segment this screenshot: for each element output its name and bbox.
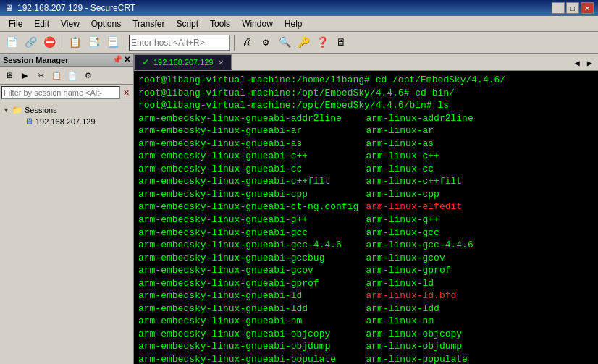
toolbar-help[interactable]: ❓ <box>313 34 331 51</box>
filter-input[interactable] <box>1 86 120 99</box>
toolbar-btn3[interactable]: 📑 <box>85 34 102 51</box>
toolbar-btn4[interactable]: 📃 <box>104 34 121 51</box>
session-properties[interactable]: ⚙ <box>81 68 96 82</box>
ls-item: arm-embedsky-linux-gnueabi-gccbug <box>138 252 366 265</box>
tab-label: 192.168.207.129 <box>153 58 214 67</box>
ls-item: arm-linux-g++ <box>366 213 594 227</box>
toolbar-monitor[interactable]: 🖥 <box>332 34 350 51</box>
session-panel-header-controls[interactable]: 📌 ✕ <box>112 55 130 64</box>
title-bar-left: 🖥 192.168.207.129 - SecureCRT <box>4 3 135 13</box>
session-panel-pin[interactable]: 📌 <box>112 55 122 64</box>
menu-tools[interactable]: Tools <box>204 17 236 30</box>
toolbar: 📄 🔗 ⛔ 📋 📑 📃 🖨 ⚙ 🔍 🔑 ❓ 🖥 <box>0 32 598 54</box>
terminal-line: root@libang-virtual-machine:/opt/EmbedSk… <box>138 99 594 112</box>
host-input[interactable] <box>129 35 230 51</box>
ls-item: arm-embedsky-linux-gnueabi-addr2line <box>138 112 366 125</box>
tab-main[interactable]: ✔ 192.168.207.129 ✕ <box>134 54 232 70</box>
menu-window[interactable]: Window <box>236 17 279 30</box>
title-bar: 🖥 192.168.207.129 - SecureCRT _ □ ✕ <box>0 0 598 16</box>
terminal-line: root@libang-virtual-machine:/opt/EmbedSk… <box>138 87 594 100</box>
session-connect[interactable]: ▶ <box>17 68 32 82</box>
menu-view[interactable]: View <box>55 17 85 30</box>
session-panel-close[interactable]: ✕ <box>124 55 130 64</box>
ls-item: arm-linux-objdump <box>366 340 594 353</box>
toolbar-settings[interactable]: ⚙ <box>257 34 274 51</box>
ls-item: arm-linux-gcc <box>366 227 594 240</box>
filter-clear-button[interactable]: ✕ <box>120 87 132 98</box>
ls-item: arm-linux-gprof <box>366 264 594 277</box>
menu-options[interactable]: Options <box>85 17 127 30</box>
tab-bar: ✔ 192.168.207.129 ✕ ◀ ▶ <box>134 54 598 71</box>
session-new[interactable]: 🖥 <box>1 68 16 82</box>
filter-bar: ✕ <box>0 85 133 101</box>
toolbar-separator-2 <box>125 35 125 51</box>
app-icon: 🖥 <box>4 3 13 13</box>
ls-item: arm-embedsky-linux-gnueabi-c++filt <box>138 175 366 188</box>
toolbar-key[interactable]: 🔑 <box>295 34 312 51</box>
minimize-button[interactable]: _ <box>552 2 565 14</box>
tab-status-icon: ✔ <box>142 57 149 67</box>
ls-item: arm-linux-c++filt <box>366 175 594 188</box>
terminal[interactable]: root@libang-virtual-machine:/home/libang… <box>134 71 598 364</box>
ls-item: arm-embedsky-linux-gnueabi-cpp <box>138 188 366 201</box>
menu-script[interactable]: Script <box>170 17 204 30</box>
toolbar-print[interactable]: 🖨 <box>238 34 256 51</box>
ls-item: arm-linux-cpp <box>366 188 594 201</box>
menu-file[interactable]: File <box>3 17 28 30</box>
folder-icon: 📁 <box>12 105 22 115</box>
tree-arrow-sessions: ▼ <box>3 106 12 114</box>
tab-close-button[interactable]: ✕ <box>218 59 224 67</box>
tab-nav: ◀ ▶ <box>569 56 598 70</box>
ls-item: arm-embedsky-linux-gnueabi-cc <box>138 163 366 176</box>
tree-sessions-label: Sessions <box>25 106 57 114</box>
toolbar-find[interactable]: 🔍 <box>276 34 293 51</box>
ls-item: arm-linux-as <box>366 137 594 151</box>
ls-item: arm-linux-c++ <box>366 150 594 163</box>
ls-item: arm-embedsky-linux-gnueabi-populate <box>138 353 366 364</box>
session-icon: 🖥 <box>25 117 33 127</box>
terminal-area: ✔ 192.168.207.129 ✕ ◀ ▶ root@libang-virt… <box>134 54 598 364</box>
session-paste[interactable]: 📄 <box>65 68 80 82</box>
tab-nav-right[interactable]: ▶ <box>584 56 595 70</box>
ls-output: arm-embedsky-linux-gnueabi-addr2linearm-… <box>138 112 594 364</box>
ls-item: arm-linux-gcc-4.4.6 <box>366 239 594 252</box>
ls-item: arm-linux-ar <box>366 124 594 137</box>
ls-item: arm-embedsky-linux-gnueabi-gprof <box>138 277 366 290</box>
menu-bar: File Edit View Options Transfer Script T… <box>0 16 598 32</box>
title-bar-controls[interactable]: _ □ ✕ <box>552 2 594 14</box>
session-cut[interactable]: ✂ <box>33 68 48 82</box>
ls-item: arm-embedsky-linux-gnueabi-ldd <box>138 302 366 316</box>
tree-item-sessions[interactable]: ▼ 📁 Sessions <box>1 104 132 116</box>
maximize-button[interactable]: □ <box>566 2 579 14</box>
menu-help[interactable]: Help <box>279 17 308 30</box>
ls-item: arm-embedsky-linux-gnueabi-ld <box>138 289 366 302</box>
ls-item: arm-embedsky-linux-gnueabi-objdump <box>138 340 366 353</box>
ls-item: arm-embedsky-linux-gnueabi-ct-ng.config <box>138 200 366 213</box>
ls-item: arm-embedsky-linux-gnueabi-gcov <box>138 264 366 277</box>
session-copy[interactable]: 📋 <box>49 68 64 82</box>
toolbar-separator-3 <box>234 35 235 51</box>
terminal-line: root@libang-virtual-machine:/home/libang… <box>138 74 594 87</box>
tree-item-ip[interactable]: 🖥 192.168.207.129 <box>1 116 132 127</box>
ls-item: arm-embedsky-linux-gnueabi-as <box>138 137 366 151</box>
ls-item: arm-linux-cc <box>366 163 594 176</box>
menu-edit[interactable]: Edit <box>28 17 55 30</box>
tab-nav-left[interactable]: ◀ <box>572 56 583 70</box>
toolbar-new-session[interactable]: 📄 <box>3 34 20 51</box>
session-panel-header: Session Manager 📌 ✕ <box>0 54 133 67</box>
session-tree: ▼ 📁 Sessions 🖥 192.168.207.129 <box>0 101 133 364</box>
menu-transfer[interactable]: Transfer <box>127 17 170 30</box>
ls-item: arm-linux-ld.bfd <box>366 289 594 302</box>
tree-ip-label: 192.168.207.129 <box>35 117 96 126</box>
ls-item: arm-linux-elfedit <box>366 200 594 213</box>
ls-item: arm-linux-populate <box>366 353 594 364</box>
close-button[interactable]: ✕ <box>581 2 594 14</box>
window-title: 192.168.207.129 - SecureCRT <box>17 3 135 13</box>
ls-item: arm-linux-objcopy <box>366 328 594 341</box>
ls-item: arm-linux-nm <box>366 315 594 328</box>
toolbar-connect[interactable]: 🔗 <box>22 34 39 51</box>
ls-item: arm-embedsky-linux-gnueabi-objcopy <box>138 328 366 341</box>
toolbar-disconnect[interactable]: ⛔ <box>41 34 58 51</box>
toolbar-btn2[interactable]: 📋 <box>66 34 83 51</box>
ls-item: arm-linux-ldd <box>366 302 594 316</box>
